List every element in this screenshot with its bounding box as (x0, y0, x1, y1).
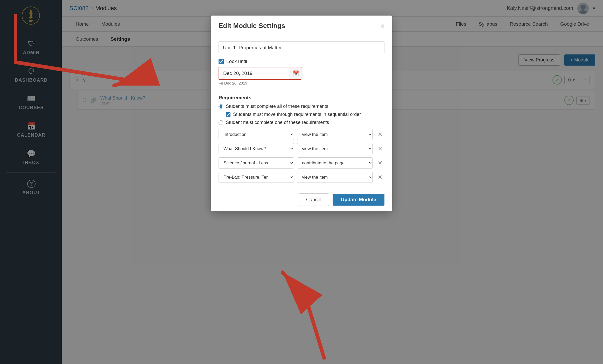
remove-requirement-2-button[interactable]: ✕ (376, 145, 384, 153)
radio-one-requirement[interactable] (219, 120, 223, 125)
lock-until-section: Lock until 📅 Fri Dec 20, 2019 (219, 59, 384, 85)
date-section: 📅 Fri Dec 20, 2019 (219, 67, 384, 85)
date-input-wrapper: 📅 (219, 67, 302, 80)
modal-footer: Cancel Update Module (211, 189, 392, 211)
modal-title: Edit Module Settings (219, 22, 285, 30)
requirement-action-4[interactable]: view the item mark as done contribute to… (297, 172, 373, 183)
calendar-button[interactable]: 📅 (289, 68, 303, 79)
lock-until-label: Lock until (226, 59, 247, 64)
remove-requirement-4-button[interactable]: ✕ (376, 173, 384, 181)
requirements-section: Requirements Students must complete all … (219, 95, 384, 183)
requirement-action-3[interactable]: view the item mark as done contribute to… (297, 157, 373, 169)
requirement-row-1: Introduction What Should I Know? Science… (219, 129, 384, 140)
remove-requirement-1-button[interactable]: ✕ (376, 131, 384, 138)
sequential-label: Students must move through requirements … (233, 112, 361, 117)
requirements-label: Requirements (219, 95, 384, 101)
edit-module-modal: Edit Module Settings × Lock until 📅 (211, 16, 392, 211)
module-name-input[interactable] (219, 41, 384, 54)
requirement-item-3[interactable]: Introduction What Should I Know? Science… (219, 157, 294, 169)
update-module-button[interactable]: Update Module (333, 194, 384, 206)
requirement-item-2[interactable]: Introduction What Should I Know? Science… (219, 143, 294, 154)
modal-close-button[interactable]: × (381, 23, 384, 29)
radio-all-label: Students must complete all of these requ… (226, 104, 328, 109)
radio-one-row: Student must complete one of these requi… (219, 120, 384, 125)
radio-all-row: Students must complete all of these requ… (219, 104, 384, 109)
cancel-button[interactable]: Cancel (299, 193, 329, 206)
date-hint: Fri Dec 20, 2019 (219, 81, 384, 85)
date-input[interactable] (219, 67, 289, 79)
sequential-checkbox[interactable] (226, 112, 230, 117)
calendar-icon: 📅 (293, 71, 299, 76)
requirement-action-2[interactable]: view the item mark as done contribute to… (297, 143, 373, 154)
modal-header: Edit Module Settings × (211, 16, 392, 35)
lock-until-checkbox[interactable] (219, 59, 224, 64)
requirements-options: Students must complete all of these requ… (219, 104, 384, 125)
requirement-row-2: Introduction What Should I Know? Science… (219, 143, 384, 154)
sequential-row: Students must move through requirements … (226, 112, 384, 117)
requirement-row-4: Introduction What Should I Know? Science… (219, 172, 384, 183)
modal-body: Lock until 📅 Fri Dec 20, 2019 Requiremen… (211, 35, 392, 189)
requirement-rows: Introduction What Should I Know? Science… (219, 129, 384, 183)
requirement-action-1[interactable]: view the item mark as done contribute to… (297, 129, 373, 140)
requirement-row-3: Introduction What Should I Know? Science… (219, 157, 384, 169)
requirement-item-1[interactable]: Introduction What Should I Know? Science… (219, 129, 294, 140)
lock-until-row: Lock until (219, 59, 384, 64)
radio-one-label: Student must complete one of these requi… (226, 120, 329, 125)
remove-requirement-3-button[interactable]: ✕ (376, 159, 384, 167)
modal-overlay: Edit Module Settings × Lock until 📅 (0, 0, 603, 364)
radio-all-requirements[interactable] (219, 104, 223, 109)
section-divider (219, 90, 384, 90)
requirement-item-4[interactable]: Introduction What Should I Know? Science… (219, 172, 294, 183)
